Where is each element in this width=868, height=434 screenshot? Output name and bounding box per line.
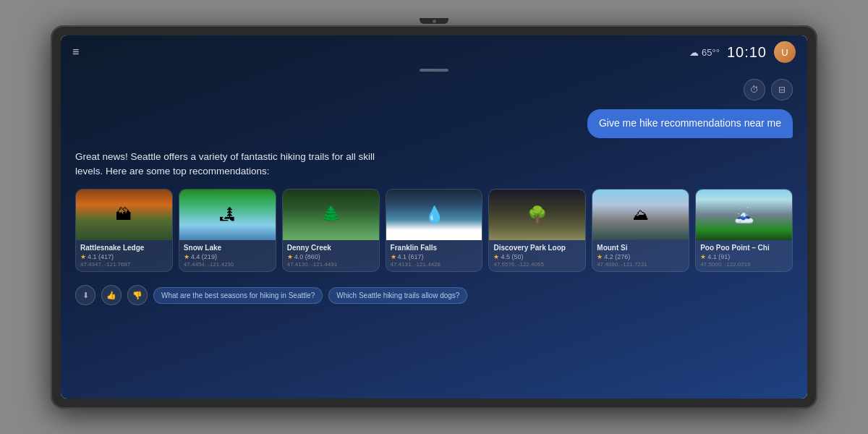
hike-card-info-5: Mount Si★ 4.2 (276)47.4880, -121.7231	[592, 240, 689, 271]
screen: ≡ ☁ 65°° 10:10 U ⏱ ⊟	[61, 35, 807, 399]
hike-card-rating-4: ★ 4.5 (50)	[493, 253, 581, 260]
hike-card-coords-2: 47.4130, -121.4491	[287, 261, 375, 268]
hike-card-coords-6: 47.5000, -122.0219	[700, 261, 788, 268]
hike-card-image-0: 🏔	[76, 190, 172, 240]
hike-card-name-1: Snow Lake	[184, 244, 271, 252]
hike-card-coords-5: 47.4880, -121.7231	[597, 261, 684, 268]
hike-card-rating-0: ★ 4.1 (417)	[80, 253, 168, 260]
hike-card-6[interactable]: 🗻Poo Poo Point – Chi★ 4.1 (91)47.5000, -…	[695, 189, 793, 272]
user-bubble: Give me hike recommendations near me	[587, 109, 793, 138]
hike-card-rating-3: ★ 4.1 (617)	[391, 253, 478, 260]
top-bar: ≡ ☁ 65°° 10:10 U	[61, 35, 807, 69]
hike-card-info-4: Discovery Park Loop★ 4.5 (50)47.6576, -1…	[489, 240, 585, 271]
time-display: 10:10	[727, 44, 767, 61]
hike-card-rating-1: ★ 4.4 (219)	[184, 253, 271, 260]
hike-card-name-0: Rattlesnake Ledge	[80, 244, 168, 252]
content-area: ⏱ ⊟ Give me hike recommendations near me…	[61, 79, 807, 308]
hike-card-coords-3: 47.4131, -121.4428	[391, 261, 478, 268]
star-icon: ★	[80, 253, 86, 260]
bottom-row: ⬇ 👍 👎 What are the best seasons for hiki…	[75, 282, 793, 308]
thumbsup-button[interactable]: 👍	[101, 285, 122, 305]
camera-bar	[420, 18, 448, 24]
hike-card-2[interactable]: 🌲Denny Creek★ 4.0 (860)47.4130, -121.449…	[282, 189, 380, 272]
star-icon: ★	[184, 253, 190, 260]
hike-card-rating-2: ★ 4.0 (860)	[287, 253, 375, 260]
device-frame: ≡ ☁ 65°° 10:10 U ⏱ ⊟	[51, 25, 817, 409]
hike-card-coords-1: 47.4454, -121.4230	[184, 261, 271, 268]
hike-card-5[interactable]: ⛰Mount Si★ 4.2 (276)47.4880, -121.7231	[592, 189, 689, 272]
hike-card-rating-5: ★ 4.2 (276)	[597, 253, 684, 260]
ai-response-text: Great news! Seattle offers a variety of …	[75, 150, 451, 179]
hike-card-0[interactable]: 🏔Rattlesnake Ledge★ 4.1 (417)47.4347, -1…	[75, 189, 173, 272]
hike-card-4[interactable]: 🌳Discovery Park Loop★ 4.5 (50)47.6576, -…	[488, 189, 586, 272]
action-icons-row: ⏱ ⊟	[75, 79, 793, 101]
device-inner: ≡ ☁ 65°° 10:10 U ⏱ ⊟	[61, 35, 807, 399]
hike-card-info-1: Snow Lake★ 4.4 (219)47.4454, -121.4230	[179, 240, 276, 271]
hike-card-info-0: Rattlesnake Ledge★ 4.1 (417)47.4347, -12…	[76, 240, 172, 271]
hike-card-name-2: Denny Creek	[287, 244, 375, 252]
thumbsdown-button[interactable]: 👎	[127, 285, 148, 305]
star-icon: ★	[597, 253, 603, 260]
hike-card-image-4: 🌳	[489, 190, 585, 240]
hike-card-info-3: Franklin Falls★ 4.1 (617)47.4131, -121.4…	[386, 240, 482, 271]
star-icon: ★	[391, 253, 396, 260]
hike-card-coords-0: 47.4347, -121.7687	[80, 261, 168, 268]
menu-icon[interactable]: ≡	[72, 46, 79, 59]
hike-card-coords-4: 47.6576, -122.4065	[493, 261, 581, 268]
hike-cards-row: 🏔Rattlesnake Ledge★ 4.1 (417)47.4347, -1…	[75, 189, 793, 272]
screen-button[interactable]: ⊟	[771, 79, 793, 101]
hike-card-info-2: Denny Creek★ 4.0 (860)47.4130, -121.4491	[283, 240, 379, 271]
avatar[interactable]: U	[774, 41, 796, 63]
hike-card-name-6: Poo Poo Point – Chi	[700, 244, 788, 252]
hike-card-1[interactable]: 🏞Snow Lake★ 4.4 (219)47.4454, -121.4230	[179, 189, 276, 272]
camera-dot	[433, 20, 436, 23]
download-button[interactable]: ⬇	[75, 285, 95, 305]
hike-card-info-6: Poo Poo Point – Chi★ 4.1 (91)47.5000, -1…	[696, 240, 792, 271]
hike-card-name-5: Mount Si	[597, 244, 684, 252]
hike-card-image-2: 🌲	[283, 190, 379, 240]
weather-icon: ☁	[689, 47, 699, 58]
star-icon: ★	[700, 253, 706, 260]
hike-card-name-4: Discovery Park Loop	[493, 244, 581, 252]
hike-card-image-3: 💧	[386, 190, 482, 240]
hike-card-name-3: Franklin Falls	[391, 244, 478, 252]
temperature: 65°°	[702, 47, 720, 58]
weather-info: ☁ 65°°	[689, 47, 720, 58]
drag-handle	[420, 69, 448, 72]
user-message-container: Give me hike recommendations near me	[75, 109, 793, 138]
history-button[interactable]: ⏱	[744, 79, 765, 101]
suggestion-pill-0[interactable]: What are the best seasons for hiking in …	[153, 287, 323, 304]
hike-card-image-5: ⛰	[592, 190, 689, 240]
hike-card-image-1: 🏞	[179, 190, 276, 240]
star-icon: ★	[493, 253, 499, 260]
hike-card-rating-6: ★ 4.1 (91)	[700, 253, 788, 260]
hike-card-image-6: 🗻	[696, 190, 792, 240]
hike-card-3[interactable]: 💧Franklin Falls★ 4.1 (617)47.4131, -121.…	[386, 189, 483, 272]
star-icon: ★	[287, 253, 293, 260]
top-right-section: ☁ 65°° 10:10 U	[689, 41, 796, 63]
suggestion-pill-1[interactable]: Which Seattle hiking trails allow dogs?	[328, 287, 467, 304]
